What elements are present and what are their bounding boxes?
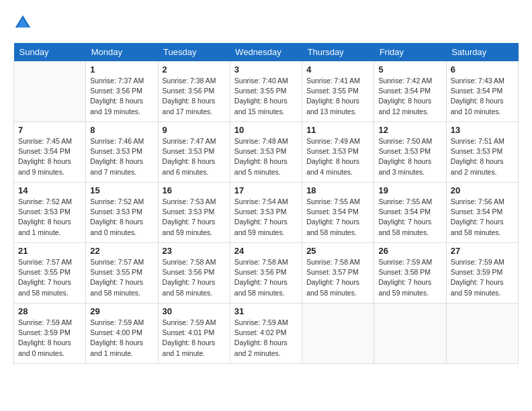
calendar-cell: 30Sunrise: 7:59 AM Sunset: 4:01 PM Dayli… — [158, 304, 230, 364]
day-info: Sunrise: 7:52 AM Sunset: 3:53 PM Dayligh… — [18, 197, 81, 238]
calendar-cell: 11Sunrise: 7:49 AM Sunset: 3:53 PM Dayli… — [302, 122, 374, 183]
day-info: Sunrise: 7:51 AM Sunset: 3:53 PM Dayligh… — [451, 136, 514, 177]
calendar-header-wednesday: Wednesday — [230, 43, 302, 62]
day-info: Sunrise: 7:59 AM Sunset: 3:59 PM Dayligh… — [18, 318, 81, 359]
calendar-header-thursday: Thursday — [302, 43, 374, 62]
day-info: Sunrise: 7:40 AM Sunset: 3:55 PM Dayligh… — [234, 76, 298, 117]
day-number: 1 — [90, 64, 153, 75]
day-info: Sunrise: 7:49 AM Sunset: 3:53 PM Dayligh… — [306, 136, 369, 177]
calendar-cell: 31Sunrise: 7:59 AM Sunset: 4:02 PM Dayli… — [230, 304, 302, 364]
calendar-cell: 1Sunrise: 7:37 AM Sunset: 3:56 PM Daylig… — [86, 62, 158, 122]
calendar-header-friday: Friday — [374, 43, 446, 62]
calendar-cell: 20Sunrise: 7:56 AM Sunset: 3:54 PM Dayli… — [446, 183, 518, 243]
day-info: Sunrise: 7:47 AM Sunset: 3:53 PM Dayligh… — [163, 136, 226, 177]
calendar-cell: 18Sunrise: 7:55 AM Sunset: 3:54 PM Dayli… — [302, 183, 374, 243]
calendar-cell: 16Sunrise: 7:53 AM Sunset: 3:53 PM Dayli… — [158, 183, 230, 243]
calendar-cell: 5Sunrise: 7:42 AM Sunset: 3:54 PM Daylig… — [374, 62, 446, 122]
day-info: Sunrise: 7:59 AM Sunset: 3:59 PM Dayligh… — [451, 257, 514, 298]
day-number: 2 — [163, 64, 226, 75]
calendar-cell: 9Sunrise: 7:47 AM Sunset: 3:53 PM Daylig… — [158, 122, 230, 183]
day-number: 28 — [18, 306, 81, 316]
day-number: 21 — [18, 246, 81, 256]
calendar-cell: 10Sunrise: 7:48 AM Sunset: 3:53 PM Dayli… — [230, 122, 302, 183]
day-info: Sunrise: 7:57 AM Sunset: 3:55 PM Dayligh… — [18, 257, 81, 298]
calendar-cell: 21Sunrise: 7:57 AM Sunset: 3:55 PM Dayli… — [14, 243, 86, 304]
day-info: Sunrise: 7:55 AM Sunset: 3:54 PM Dayligh… — [306, 197, 369, 238]
day-info: Sunrise: 7:53 AM Sunset: 3:53 PM Dayligh… — [163, 197, 226, 238]
calendar-cell: 24Sunrise: 7:58 AM Sunset: 3:56 PM Dayli… — [230, 243, 302, 304]
day-number: 4 — [306, 64, 369, 75]
calendar-cell — [302, 304, 374, 364]
calendar-week-row: 7Sunrise: 7:45 AM Sunset: 3:54 PM Daylig… — [14, 122, 519, 183]
day-info: Sunrise: 7:46 AM Sunset: 3:53 PM Dayligh… — [90, 136, 153, 177]
calendar-cell: 19Sunrise: 7:55 AM Sunset: 3:54 PM Dayli… — [374, 183, 446, 243]
calendar-cell: 12Sunrise: 7:50 AM Sunset: 3:53 PM Dayli… — [374, 122, 446, 183]
day-info: Sunrise: 7:58 AM Sunset: 3:57 PM Dayligh… — [306, 257, 369, 298]
calendar-cell: 28Sunrise: 7:59 AM Sunset: 3:59 PM Dayli… — [14, 304, 86, 364]
day-info: Sunrise: 7:43 AM Sunset: 3:54 PM Dayligh… — [451, 76, 514, 117]
calendar-header-sunday: Sunday — [14, 43, 86, 62]
calendar-cell: 4Sunrise: 7:41 AM Sunset: 3:55 PM Daylig… — [302, 62, 374, 122]
calendar-cell: 26Sunrise: 7:59 AM Sunset: 3:58 PM Dayli… — [374, 243, 446, 304]
day-info: Sunrise: 7:41 AM Sunset: 3:55 PM Dayligh… — [306, 76, 369, 117]
calendar-header-monday: Monday — [86, 43, 158, 62]
calendar-cell: 17Sunrise: 7:54 AM Sunset: 3:53 PM Dayli… — [230, 183, 302, 243]
calendar-cell: 27Sunrise: 7:59 AM Sunset: 3:59 PM Dayli… — [446, 243, 518, 304]
calendar-cell: 3Sunrise: 7:40 AM Sunset: 3:55 PM Daylig… — [230, 62, 302, 122]
day-number: 25 — [306, 246, 369, 256]
day-info: Sunrise: 7:48 AM Sunset: 3:53 PM Dayligh… — [234, 136, 298, 177]
day-number: 26 — [378, 246, 441, 256]
calendar-cell: 29Sunrise: 7:59 AM Sunset: 4:00 PM Dayli… — [86, 304, 158, 364]
day-number: 16 — [163, 185, 226, 195]
calendar-week-row: 28Sunrise: 7:59 AM Sunset: 3:59 PM Dayli… — [14, 304, 519, 364]
day-number: 10 — [234, 125, 298, 135]
calendar-week-row: 14Sunrise: 7:52 AM Sunset: 3:53 PM Dayli… — [14, 183, 519, 243]
calendar-table: SundayMondayTuesdayWednesdayThursdayFrid… — [13, 43, 519, 364]
day-number: 5 — [378, 64, 441, 75]
page-header — [13, 13, 519, 32]
day-number: 15 — [90, 185, 153, 195]
day-number: 18 — [306, 185, 369, 195]
day-info: Sunrise: 7:59 AM Sunset: 4:02 PM Dayligh… — [234, 318, 298, 359]
day-info: Sunrise: 7:55 AM Sunset: 3:54 PM Dayligh… — [378, 197, 441, 238]
calendar-cell: 25Sunrise: 7:58 AM Sunset: 3:57 PM Dayli… — [302, 243, 374, 304]
day-number: 19 — [378, 185, 441, 195]
calendar-cell: 23Sunrise: 7:58 AM Sunset: 3:56 PM Dayli… — [158, 243, 230, 304]
calendar-header-tuesday: Tuesday — [158, 43, 230, 62]
day-number: 30 — [163, 306, 226, 316]
day-info: Sunrise: 7:38 AM Sunset: 3:56 PM Dayligh… — [163, 76, 226, 117]
day-info: Sunrise: 7:56 AM Sunset: 3:54 PM Dayligh… — [451, 197, 514, 238]
day-info: Sunrise: 7:59 AM Sunset: 3:58 PM Dayligh… — [378, 257, 441, 298]
day-number: 3 — [234, 64, 298, 75]
calendar-cell: 15Sunrise: 7:52 AM Sunset: 3:53 PM Dayli… — [86, 183, 158, 243]
day-number: 17 — [234, 185, 298, 195]
calendar-cell — [14, 62, 86, 122]
calendar-cell — [374, 304, 446, 364]
day-info: Sunrise: 7:45 AM Sunset: 3:54 PM Dayligh… — [18, 136, 81, 177]
day-number: 22 — [90, 246, 153, 256]
calendar-cell — [446, 304, 518, 364]
day-number: 31 — [234, 306, 298, 316]
day-info: Sunrise: 7:57 AM Sunset: 3:55 PM Dayligh… — [90, 257, 153, 298]
calendar-cell: 8Sunrise: 7:46 AM Sunset: 3:53 PM Daylig… — [86, 122, 158, 183]
calendar-header-saturday: Saturday — [446, 43, 518, 62]
day-number: 6 — [451, 64, 514, 75]
day-number: 29 — [90, 306, 153, 316]
logo-icon — [13, 13, 32, 32]
day-number: 23 — [163, 246, 226, 256]
day-info: Sunrise: 7:58 AM Sunset: 3:56 PM Dayligh… — [163, 257, 226, 298]
day-info: Sunrise: 7:59 AM Sunset: 4:01 PM Dayligh… — [163, 318, 226, 359]
day-number: 20 — [451, 185, 514, 195]
calendar-cell: 2Sunrise: 7:38 AM Sunset: 3:56 PM Daylig… — [158, 62, 230, 122]
day-number: 7 — [18, 125, 81, 135]
day-number: 24 — [234, 246, 298, 256]
day-number: 11 — [306, 125, 369, 135]
day-info: Sunrise: 7:58 AM Sunset: 3:56 PM Dayligh… — [234, 257, 298, 298]
day-number: 27 — [451, 246, 514, 256]
day-info: Sunrise: 7:54 AM Sunset: 3:53 PM Dayligh… — [234, 197, 298, 238]
day-number: 9 — [163, 125, 226, 135]
day-number: 8 — [90, 125, 153, 135]
calendar-week-row: 21Sunrise: 7:57 AM Sunset: 3:55 PM Dayli… — [14, 243, 519, 304]
calendar-header-row: SundayMondayTuesdayWednesdayThursdayFrid… — [14, 43, 519, 62]
day-info: Sunrise: 7:42 AM Sunset: 3:54 PM Dayligh… — [378, 76, 441, 117]
